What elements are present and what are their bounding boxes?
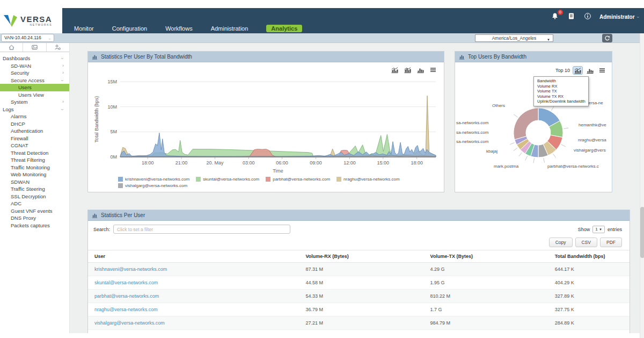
user-link[interactable]: nraghu@versa-networks.com (94, 307, 158, 312)
legend-label: skuntal@versa-networks.com (203, 177, 259, 182)
legend-swatch (118, 177, 123, 182)
chevron-right-icon: › (62, 98, 64, 106)
cell-value: 984.79 M (424, 317, 548, 330)
sidebar-item-dns-proxy[interactable]: DNS Proxy (0, 214, 69, 222)
search-input[interactable] (113, 225, 290, 234)
sidebar-item-dashboards[interactable]: Dashboards› (0, 55, 69, 62)
notification-badge: 0 (558, 10, 563, 15)
sidebar-item-sd-wan[interactable]: SD-WAN› (0, 62, 69, 70)
user-link[interactable]: vishalgarg@versa-networks.com (94, 320, 165, 326)
user-settings-tab[interactable] (47, 43, 69, 52)
sidebar-item-label: Alarms (11, 113, 27, 119)
menu-item-uplink-downlink-bandwidth[interactable]: Uplink/Downlink bandwidth (534, 99, 588, 104)
appliance-select[interactable]: VAN-10.40.24.116 › (1, 34, 54, 42)
donut-label-kbajaj: kbajaj (486, 149, 497, 154)
sidebar-item-secure-access[interactable]: Secure Access› (0, 77, 69, 84)
legend-label: nraghu@versa-networks.com (343, 177, 400, 182)
scrollbar-thumb[interactable] (640, 207, 644, 258)
legend-item-parbhat-versa-networks-com[interactable]: parbhat@versa-networks.com (266, 177, 330, 182)
user-gear-icon (54, 44, 61, 51)
svg-text:18:00: 18:00 (142, 160, 154, 166)
sidebar-item-authentication[interactable]: Authentication (0, 127, 69, 135)
legend-item-skuntal-versa-networks-com[interactable]: skuntal@versa-networks.com (196, 177, 259, 182)
chart-type-area-button[interactable] (403, 66, 412, 74)
page-scrollbar[interactable] (640, 33, 644, 338)
sidebar-item-label: Web Monitoring (11, 171, 46, 177)
legend-item-krishnaveni-versa-networks-com[interactable]: krishnaveni@versa-networks.com (118, 177, 189, 182)
nav-tab-configuration[interactable]: Configuration (112, 25, 147, 32)
chart-type-bar-button[interactable] (416, 66, 425, 74)
csv-button[interactable]: CSV (575, 238, 597, 247)
svg-text:18:00: 18:00 (411, 160, 423, 166)
sidebar-item-label: DNS Proxy (11, 215, 36, 221)
sidebar-item-packets-captures[interactable]: Packets captures (0, 222, 69, 229)
sidebar-item-ssl-decryption[interactable]: SSL Decryption (0, 193, 69, 200)
home-icon (8, 44, 15, 51)
sidebar-item-security[interactable]: Security› (0, 69, 69, 77)
nav-tab-analytics[interactable]: Analytics (266, 25, 302, 32)
sidebar-item-dhcp[interactable]: DHCP (0, 120, 69, 128)
panel1-toolbar (390, 66, 437, 74)
logo[interactable]: VERSA NETWORKS (0, 8, 62, 33)
sidebar-item-system[interactable]: System› (0, 98, 69, 106)
column-header-volume-tx-bytes[interactable]: Volume-TX (Bytes) (424, 250, 548, 263)
report-button[interactable] (567, 12, 576, 20)
home-tab[interactable] (0, 43, 23, 52)
stats-table-wrap: UserVolume-RX (Bytes)Volume-TX (Bytes)To… (88, 250, 630, 333)
sidebar-item-firewall[interactable]: Firewall (0, 135, 69, 142)
legend-item-nraghu-versa-networks-com[interactable]: nraghu@versa-networks.com (336, 177, 400, 182)
sidebar-item-users[interactable]: Users (0, 84, 69, 91)
sidebar-item-adc[interactable]: ADC (0, 200, 69, 207)
notifications-button[interactable]: 0 (550, 12, 560, 20)
sidebar-item-users-view[interactable]: Users View (0, 91, 69, 99)
chart-menu-button[interactable] (429, 66, 437, 74)
sidebar-item-web-monitoring[interactable]: Web Monitoring (0, 171, 69, 178)
legend-item-vishalgarg-versa-networks-com[interactable]: vishalgarg@versa-networks.com (118, 183, 187, 188)
svg-text:03:00: 03:00 (243, 160, 255, 166)
menu-item-volume-tx[interactable]: Volume TX (534, 89, 588, 94)
menu-item-volume-tx-rx[interactable]: Volume TX RX (534, 94, 588, 99)
entries-select[interactable]: 1 ▼ (592, 226, 605, 233)
svg-text:09:00: 09:00 (310, 160, 322, 166)
column-header-total-bandwidth-bps[interactable]: Total Bandwidth (bps) (548, 250, 630, 263)
svg-text:Time: Time (273, 168, 283, 174)
menu-item-bandwidth[interactable]: Bandwidth (534, 78, 588, 84)
sidebar-item-threat-detection[interactable]: Threat Detection (0, 149, 69, 157)
table-row: kbajaj1.22 M29.19 M276.84 K (88, 330, 630, 334)
cell-value: 404.29 K (548, 276, 630, 290)
sidebar-item-traffic-monitoring[interactable]: Traffic Monitoring (0, 164, 69, 171)
donut-label-sa-networks-com: sa-networks.com (456, 130, 488, 135)
chevron-right-icon: › (62, 69, 64, 77)
timezone-select[interactable]: America/Los_Angeles ▼ (475, 34, 553, 42)
column-header-user[interactable]: User (88, 250, 299, 263)
sidebar-item-logs[interactable]: Logs› (0, 106, 69, 113)
user-link[interactable]: parbhat@versa-networks.com (94, 293, 159, 299)
user-link[interactable]: skuntal@versa-networks.com (94, 280, 158, 285)
nav-tab-administration[interactable]: Administration (211, 25, 248, 32)
dashboard-image-tab[interactable] (23, 43, 46, 52)
menu-item-volume-rx[interactable]: Volume RX (534, 84, 588, 89)
main-content: Statistics Per User By Total Bandwidth 0… (70, 43, 640, 333)
copy-button[interactable]: Copy (549, 238, 573, 247)
pdf-button[interactable]: PDF (600, 238, 622, 247)
sidebar-item-cgnat[interactable]: CGNAT (0, 142, 69, 149)
donut-label-hemanthk-ve: hemanthk@ve (579, 123, 606, 127)
sidebar-item-alarms[interactable]: Alarms (0, 113, 69, 120)
user-menu[interactable]: Administrator › (599, 11, 639, 21)
refresh-button[interactable] (602, 34, 612, 42)
sidebar-item-traffic-steering[interactable]: Traffic Steering (0, 185, 69, 193)
bar-chart-icon (459, 54, 465, 60)
nav-tab-workflows[interactable]: Workflows (165, 25, 193, 32)
cell-value: 644.17 K (548, 263, 630, 276)
sidebar-item-threat-filtering[interactable]: Threat Filtering (0, 156, 69, 164)
sidebar-item-sdwan[interactable]: SDWAN (0, 178, 69, 186)
svg-text:15M: 15M (107, 79, 117, 84)
column-header-volume-rx-bytes[interactable]: Volume-RX (Bytes) (299, 250, 424, 263)
nav-tab-monitor[interactable]: Monitor (74, 25, 94, 32)
info-button[interactable] (583, 12, 592, 20)
sidebar-item-label: Guest VNF events (11, 208, 53, 214)
chart-type-line-button[interactable] (390, 66, 399, 74)
sidebar-item-guest-vnf-events[interactable]: Guest VNF events (0, 207, 69, 215)
area-chart[interactable]: 0M5M10M15M18:0021:0020. May03:0006:0009:… (92, 75, 440, 178)
user-link[interactable]: krishnaveni@versa-networks.com (94, 267, 167, 272)
